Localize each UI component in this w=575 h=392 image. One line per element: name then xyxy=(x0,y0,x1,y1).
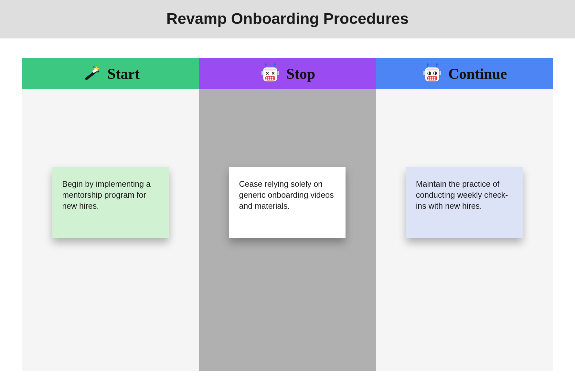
card-stop[interactable]: Cease relying solely on generic onboardi… xyxy=(229,167,346,238)
column-title-continue: Continue xyxy=(448,65,507,82)
column-header-stop: Stop xyxy=(199,58,376,89)
svg-rect-30 xyxy=(426,69,438,70)
board: Start Begin by implementing a mentorship… xyxy=(22,58,553,371)
column-header-start: Start xyxy=(22,58,199,89)
column-body-continue: Maintain the practice of conducting week… xyxy=(376,89,553,371)
card-text: Maintain the practice of conducting week… xyxy=(416,179,508,210)
svg-rect-12 xyxy=(264,69,276,70)
svg-point-6 xyxy=(265,63,267,65)
page-title: Revamp Onboarding Procedures xyxy=(0,10,575,27)
column-title-start: Start xyxy=(107,65,140,82)
column-start: Start Begin by implementing a mentorship… xyxy=(22,58,199,371)
svg-point-26 xyxy=(436,63,438,65)
card-continue[interactable]: Maintain the practice of conducting week… xyxy=(406,167,523,238)
column-body-stop: Cease relying solely on generic onboardi… xyxy=(199,89,376,371)
svg-marker-2 xyxy=(92,66,95,68)
board-wrap: Start Begin by implementing a mentorship… xyxy=(0,38,575,382)
card-text: Cease relying solely on generic onboardi… xyxy=(239,179,334,210)
card-start[interactable]: Begin by implementing a mentorship progr… xyxy=(52,167,169,238)
robot-happy-icon xyxy=(422,63,442,84)
svg-point-8 xyxy=(274,63,276,65)
column-continue: Continue Maintain the practice of conduc… xyxy=(376,58,553,371)
page-header: Revamp Onboarding Procedures xyxy=(0,0,575,38)
column-body-start: Begin by implementing a mentorship progr… xyxy=(22,89,199,371)
svg-point-24 xyxy=(427,63,429,65)
column-stop: Stop Cease relying solely on generic onb… xyxy=(199,58,376,371)
column-header-continue: Continue xyxy=(376,58,553,89)
card-text: Begin by implementing a mentorship progr… xyxy=(62,179,151,210)
robot-dead-icon xyxy=(260,63,281,84)
magic-wand-icon xyxy=(81,64,101,84)
column-title-stop: Stop xyxy=(286,65,315,82)
